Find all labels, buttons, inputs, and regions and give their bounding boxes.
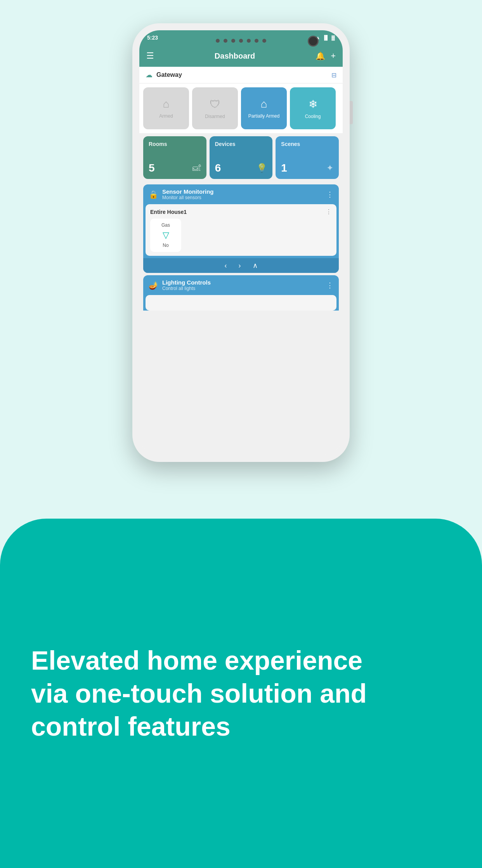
sensor-group-title: Entire House1 [150, 209, 187, 215]
rooms-count: 5 [149, 162, 155, 174]
scenes-stat-bottom: 1 ✦ [281, 162, 333, 174]
disarmed-label: Disarmed [205, 114, 225, 119]
sensor-header-text: Sensor Monitoring Monitor all sensors [162, 188, 214, 200]
gas-sensor-label: Gas [161, 222, 170, 228]
sensor-more-icon[interactable]: ⋮ [326, 190, 333, 199]
sensor-navigation: ‹ › ∧ [143, 258, 339, 273]
lighting-controls-card: 🪔 Lighting Controls Control all lights ⋮ [143, 275, 339, 311]
armed-label: Armed [159, 113, 173, 119]
sensor-title: Sensor Monitoring [162, 188, 214, 195]
gateway-bar: ☁ Gateway ⊟ [139, 67, 343, 83]
sensor-lock-icon: 🔒 [149, 190, 158, 199]
lighting-content [146, 295, 336, 311]
battery-icon: ▓ [331, 35, 335, 40]
gas-sensor-item[interactable]: Gas ▽ No [150, 219, 181, 252]
lighting-title: Lighting Controls [162, 279, 211, 286]
security-modes-row: ⌂ Armed 🛡 Disarmed ⌂ Partially Armed ❄ C… [139, 83, 343, 133]
security-mode-cooling[interactable]: ❄ Cooling [290, 87, 336, 129]
devices-stat-bottom: 6 💡 [215, 162, 267, 174]
menu-icon[interactable]: ☰ [146, 51, 154, 61]
next-arrow-icon[interactable]: › [239, 262, 241, 270]
partially-armed-icon: ⌂ [261, 98, 267, 110]
gateway-label: Gateway [156, 71, 182, 78]
devices-stat-card[interactable]: Devices 6 💡 [210, 136, 273, 179]
phone-camera [308, 36, 319, 47]
security-mode-armed[interactable]: ⌂ Armed [143, 87, 189, 129]
scenes-stat-card[interactable]: Scenes 1 ✦ [276, 136, 339, 179]
sensor-group-header: Entire House1 ⋮ [150, 208, 332, 215]
scenes-count: 1 [281, 162, 287, 174]
partially-armed-label: Partially Armed [248, 113, 280, 119]
bottom-section: Elevated home experience via one-touch s… [0, 519, 482, 868]
lighting-lamp-icon: 🪔 [149, 281, 158, 290]
gas-sensor-icon: ▽ [163, 230, 169, 240]
security-mode-disarmed[interactable]: 🛡 Disarmed [192, 87, 238, 129]
scenes-sun-icon: ✦ [326, 163, 333, 173]
rooms-stat-bottom: 5 🛋 [149, 162, 201, 174]
header-actions: 🔔 + [316, 51, 336, 61]
status-icons: ▲ ▐▌ ▓ [316, 35, 335, 40]
gas-sensor-value: No [163, 243, 168, 248]
tagline-text: Elevated home experience via one-touch s… [31, 644, 380, 743]
collapse-icon[interactable]: ∧ [253, 261, 258, 270]
cloud-icon: ☁ [146, 71, 153, 79]
scenes-stat-title: Scenes [281, 141, 333, 147]
gateway-settings-icon[interactable]: ⊟ [331, 71, 336, 79]
security-mode-partially-armed[interactable]: ⌂ Partially Armed [241, 87, 287, 129]
disarmed-shield-icon: 🛡 [210, 98, 220, 111]
lighting-header-left: 🪔 Lighting Controls Control all lights [149, 279, 211, 291]
sensor-header-left: 🔒 Sensor Monitoring Monitor all sensors [149, 188, 214, 200]
rooms-stat-card[interactable]: Rooms 5 🛋 [143, 136, 206, 179]
app-header: ☰ Dashboard 🔔 + [139, 45, 343, 67]
armed-home-icon: ⌂ [163, 98, 170, 110]
sensor-monitoring-card: 🔒 Sensor Monitoring Monitor all sensors … [143, 184, 339, 273]
app-content: ☁ Gateway ⊟ ⌂ Armed 🛡 Disarmed ⌂ Partial… [139, 67, 343, 455]
lighting-subtitle: Control all lights [162, 286, 211, 291]
lighting-header: 🪔 Lighting Controls Control all lights ⋮ [143, 275, 339, 295]
sensor-monitoring-header: 🔒 Sensor Monitoring Monitor all sensors … [143, 184, 339, 204]
speaker-dots [216, 39, 266, 43]
sensor-group-more-icon[interactable]: ⋮ [326, 208, 332, 215]
sensor-items-row: Gas ▽ No [150, 219, 332, 252]
rooms-sofa-icon: 🛋 [192, 163, 201, 173]
app-title: Dashboard [215, 52, 255, 61]
rooms-stat-title: Rooms [149, 141, 201, 147]
cooling-label: Cooling [305, 114, 321, 119]
sensor-content: Entire House1 ⋮ Gas ▽ No [146, 204, 336, 256]
sensor-subtitle: Monitor all sensors [162, 195, 214, 200]
lighting-more-icon[interactable]: ⋮ [326, 281, 333, 290]
prev-arrow-icon[interactable]: ‹ [225, 262, 227, 270]
signal-icon: ▐▌ [322, 35, 329, 40]
gateway-left: ☁ Gateway [146, 71, 182, 79]
phone-screen: 5:23 ▲ ▐▌ ▓ ☰ Dashboard 🔔 + ☁ Gateway [139, 30, 343, 455]
notification-bell-icon[interactable]: 🔔 [316, 51, 325, 61]
devices-stat-title: Devices [215, 141, 267, 147]
devices-bulb-icon: 💡 [257, 163, 267, 173]
devices-count: 6 [215, 162, 221, 174]
add-button[interactable]: + [331, 51, 336, 61]
cooling-snowflake-icon: ❄ [309, 98, 317, 111]
phone-frame: 5:23 ▲ ▐▌ ▓ ☰ Dashboard 🔔 + ☁ Gateway [132, 23, 350, 462]
lighting-header-text: Lighting Controls Control all lights [162, 279, 211, 291]
side-button [350, 101, 353, 124]
status-time: 5:23 [147, 35, 158, 41]
stats-row: Rooms 5 🛋 Devices 6 💡 Scenes [139, 133, 343, 182]
